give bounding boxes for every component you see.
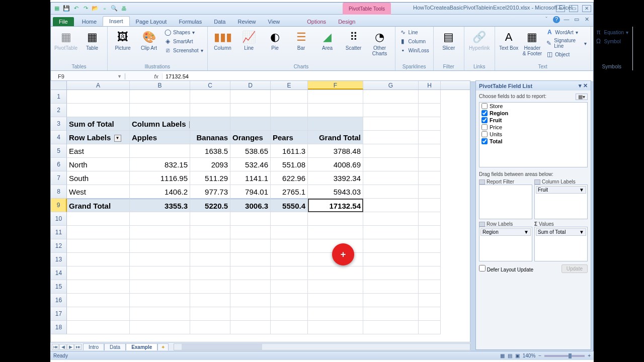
cell-D11[interactable] — [230, 226, 271, 239]
cell-G18[interactable] — [363, 321, 419, 334]
cell-G4[interactable] — [363, 131, 419, 144]
table-button[interactable]: ▦Table — [80, 28, 104, 52]
cell-A3[interactable]: Sum of Total — [67, 117, 130, 131]
other-charts-button[interactable]: ◔Other Charts — [368, 28, 392, 57]
cell-D13[interactable] — [230, 253, 271, 266]
cell-F1[interactable] — [308, 90, 363, 104]
cell-H5[interactable] — [419, 144, 441, 158]
close-button[interactable]: ✕ — [582, 5, 591, 12]
cell-A11[interactable] — [67, 226, 130, 239]
cell-C11[interactable] — [190, 226, 230, 239]
picture-button[interactable]: 🖼Picture — [111, 28, 135, 52]
cell-C14[interactable] — [190, 266, 230, 280]
cell-A9[interactable]: Grand Total — [67, 199, 130, 212]
cell-B13[interactable] — [130, 253, 190, 266]
row-header-18[interactable]: 18 — [51, 321, 67, 334]
cell-G12[interactable] — [363, 239, 419, 253]
cell-G1[interactable] — [363, 90, 419, 104]
field-list-layout-button[interactable]: ▦▾ — [576, 94, 588, 100]
field-fruit[interactable]: Fruit — [479, 117, 587, 124]
cell-E7[interactable]: 622.96 — [271, 171, 308, 185]
row-header-15[interactable]: 15 — [51, 280, 67, 294]
cell-H10[interactable] — [419, 212, 441, 226]
cell-B7[interactable]: 1116.95 — [130, 171, 190, 185]
cell-G3[interactable] — [363, 117, 419, 131]
cell-A4[interactable]: Row Labels ▼ — [67, 131, 130, 144]
cell-D3[interactable] — [230, 117, 271, 131]
redo-icon[interactable]: ↷ — [82, 5, 90, 13]
cell-C7[interactable]: 511.29 — [190, 171, 230, 185]
cell-G6[interactable] — [363, 158, 419, 171]
row-header-12[interactable]: 12 — [51, 239, 67, 253]
cell-F7[interactable]: 3392.34 — [308, 171, 363, 185]
save-icon[interactable]: 💾 — [62, 5, 70, 13]
cell-H2[interactable] — [419, 104, 441, 117]
cell-E6[interactable]: 551.08 — [271, 158, 308, 171]
pivottable-button[interactable]: ▦PivotTable — [54, 28, 78, 52]
field-price[interactable]: Price — [479, 124, 587, 131]
area-item-region[interactable]: Region▼ — [480, 228, 531, 236]
cell-A15[interactable] — [67, 280, 130, 294]
view-pagebreak-icon[interactable]: ▣ — [515, 353, 520, 358]
cell-E5[interactable]: 1611.3 — [271, 144, 308, 158]
window-min-icon[interactable]: — — [563, 16, 570, 23]
cell-F17[interactable] — [308, 307, 363, 321]
cell-D4[interactable]: Oranges — [230, 131, 271, 144]
cell-B11[interactable] — [130, 226, 190, 239]
cell-F14[interactable] — [308, 266, 363, 280]
cell-B1[interactable] — [130, 90, 190, 104]
cell-B12[interactable] — [130, 239, 190, 253]
cell-E3[interactable] — [271, 117, 308, 131]
cell-C12[interactable] — [190, 239, 230, 253]
smartart-button[interactable]: ◈SmartArt — [163, 37, 204, 45]
cell-D14[interactable] — [230, 266, 271, 280]
row-header-17[interactable]: 17 — [51, 307, 67, 321]
cell-B14[interactable] — [130, 266, 190, 280]
cell-G16[interactable] — [363, 294, 419, 307]
slicer-button[interactable]: ▤Slicer — [437, 28, 461, 52]
tab-options[interactable]: Options — [301, 17, 332, 26]
col-header-a[interactable]: A — [67, 81, 130, 89]
col-header-g[interactable]: G — [363, 81, 419, 89]
col-header-b[interactable]: B — [130, 81, 190, 89]
cell-E12[interactable] — [271, 239, 308, 253]
row-header-2[interactable]: 2 — [51, 104, 67, 117]
cell-A1[interactable] — [67, 90, 130, 104]
screenshot-button[interactable]: ⎚Screenshot ▾ — [163, 46, 204, 54]
horizontal-scrollbar[interactable] — [174, 343, 470, 350]
cell-B5[interactable] — [130, 144, 190, 158]
cell-B4[interactable]: Apples — [130, 131, 190, 144]
cell-F10[interactable] — [308, 212, 363, 226]
row-header-4[interactable]: 4 — [51, 131, 67, 144]
field-list-close-icon[interactable]: ✕ — [583, 82, 588, 88]
report-filter-dropzone[interactable] — [479, 185, 532, 219]
cell-A14[interactable] — [67, 266, 130, 280]
cell-A13[interactable] — [67, 253, 130, 266]
signature-button[interactable]: ✎Signature Line ▾ — [545, 37, 587, 49]
bar-chart-button[interactable]: ☰Bar — [289, 28, 313, 52]
cell-C16[interactable] — [190, 294, 230, 307]
tab-home[interactable]: Home — [76, 17, 103, 26]
worksheet-grid[interactable]: A B C D E F G H 123Sum of TotalColumn La… — [50, 80, 470, 345]
header-footer-button[interactable]: ▦Header & Footer — [522, 28, 543, 57]
tab-review[interactable]: Review — [231, 17, 262, 26]
cell-D10[interactable] — [230, 212, 271, 226]
field-region[interactable]: Region — [479, 110, 587, 117]
sheet-nav-last[interactable]: ⏭ — [74, 344, 82, 350]
area-item-fruit[interactable]: Fruit▼ — [536, 186, 586, 194]
cell-E14[interactable] — [271, 266, 308, 280]
col-header-c[interactable]: C — [190, 81, 230, 89]
undo-icon[interactable]: ↶ — [72, 5, 80, 13]
row-header-16[interactable]: 16 — [51, 294, 67, 307]
textbox-button[interactable]: AText Box — [498, 28, 520, 52]
cell-F16[interactable] — [308, 294, 363, 307]
cell-C6[interactable]: 2093 — [190, 158, 230, 171]
cell-A8[interactable]: West — [67, 185, 130, 199]
name-box[interactable]: F9▼ — [55, 73, 125, 79]
cell-G5[interactable] — [363, 144, 419, 158]
cell-H11[interactable] — [419, 226, 441, 239]
fx-icon[interactable]: fx — [150, 73, 163, 79]
symbol-button[interactable]: ΩSymbol — [594, 37, 629, 45]
field-total[interactable]: Total — [479, 138, 587, 145]
zoom-slider[interactable] — [544, 355, 585, 357]
